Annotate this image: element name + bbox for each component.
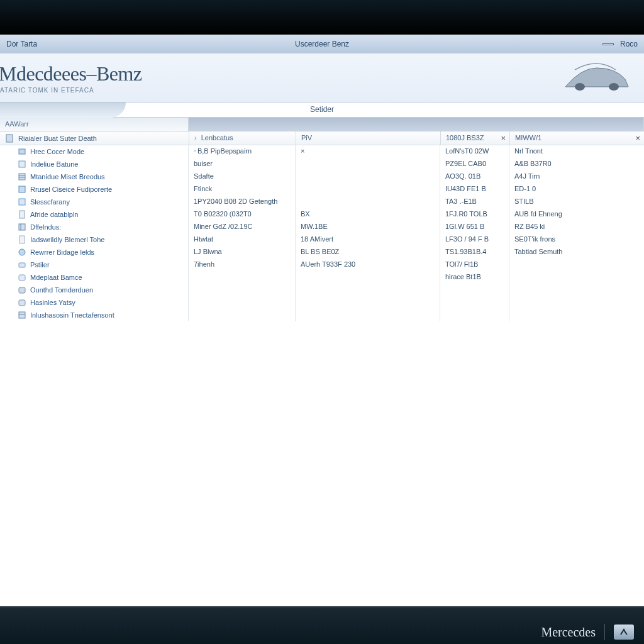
- nav-item-label: Afride datablpln: [30, 211, 78, 218]
- nav-item-label: Rewrrer Bidage lelds: [30, 248, 94, 256]
- sub-header: Setider: [0, 103, 644, 118]
- nav-item-label: Hrec Cocer Mode: [30, 148, 84, 155]
- data-cell[interactable]: A&B B37R0: [509, 158, 644, 170]
- data-cell[interactable]: Htwtat: [189, 233, 295, 246]
- data-cell[interactable]: 1PY2040 B08 2D Getength: [189, 196, 295, 208]
- nav-item[interactable]: Mdeplaat Bamce: [0, 271, 188, 284]
- columns-header: AAWarr: [0, 118, 644, 131]
- data-column-2: ▫B,B PipBepspairnbuiserSdafteFtinck1PY20…: [189, 145, 296, 321]
- data-cell[interactable]: TA3 .-E1B: [440, 196, 509, 208]
- close-icon[interactable]: ×: [635, 133, 640, 143]
- nav-item[interactable]: Indeliue Batune: [0, 158, 188, 170]
- close-icon[interactable]: ×: [501, 133, 506, 143]
- data-cell[interactable]: MW.1BE: [296, 221, 440, 233]
- nav-item[interactable]: Pstiler: [0, 258, 188, 271]
- nav-item[interactable]: Iadswrildly Blemerl Tohe: [0, 233, 188, 246]
- data-cell[interactable]: SE0T'ik frons: [509, 233, 644, 246]
- nav-item-label: Dffelndus:: [30, 223, 61, 231]
- data-cell[interactable]: [296, 196, 440, 208]
- data-cell[interactable]: BL BS BE0Z: [296, 246, 440, 258]
- data-cell[interactable]: STILB: [509, 196, 644, 208]
- filter-cell-2[interactable]: › Lenbcatus: [189, 131, 296, 145]
- filter-text-1: Riaialer Buat Suter Death: [18, 135, 97, 142]
- data-cell[interactable]: LofN'sT0 02W: [440, 145, 509, 158]
- data-cell[interactable]: TS1.93B1B.4: [440, 246, 509, 258]
- data-cell[interactable]: 7ihenh: [189, 258, 295, 271]
- nav-item[interactable]: Ounthd Tomderduen: [0, 284, 188, 296]
- data-cell[interactable]: buiser: [189, 158, 295, 170]
- title-right: Roco: [620, 40, 638, 48]
- nav-item[interactable]: Dffelndus:: [0, 221, 188, 233]
- footer-bar: Mercecdes: [0, 606, 644, 644]
- title-center: Uscerdeer Benz: [295, 40, 349, 48]
- title-bar: Dor Tarta Uscerdeer Benz Roco: [0, 35, 644, 53]
- data-cell[interactable]: LF3O / 94 F B: [440, 233, 509, 246]
- data-cell[interactable]: Tabtiad Semuth: [509, 246, 644, 258]
- nav-item[interactable]: Slesscfarany: [0, 196, 188, 208]
- nav-item[interactable]: Rrusel Ciseice Fudiporerte: [0, 183, 188, 196]
- data-cell[interactable]: ×: [296, 145, 440, 158]
- data-cell[interactable]: AUerh T933F 230: [296, 258, 440, 271]
- nav-item[interactable]: Mtanidue Miset Breodus: [0, 170, 188, 183]
- svg-rect-10: [19, 211, 25, 218]
- svg-rect-3: [19, 149, 25, 154]
- brand-title: Mdecdeees–Bemz: [0, 62, 142, 86]
- nav-item[interactable]: Rewrrer Bidage lelds: [0, 246, 188, 258]
- document-icon: [5, 134, 14, 143]
- brand-subtitle: ATARIC TOMK IN ETEFACA: [0, 87, 142, 94]
- data-cell[interactable]: BX: [296, 208, 440, 221]
- nav-item-icon: [18, 172, 26, 181]
- car-icon: [562, 60, 631, 95]
- data-cell[interactable]: hirace Bt1B: [440, 271, 509, 284]
- data-cell[interactable]: Sdafte: [189, 170, 295, 183]
- col-header-1[interactable]: AAWarr: [0, 118, 189, 131]
- window-top-bar: [0, 0, 644, 35]
- data-cell[interactable]: 1Gl.W 651 B: [440, 221, 509, 233]
- data-cell[interactable]: LJ Blwna: [189, 246, 295, 258]
- data-cell[interactable]: ED-1 0: [509, 183, 644, 196]
- filter-text-5: MIWW/1: [515, 134, 541, 142]
- nav-item[interactable]: Hasinles Yatsy: [0, 296, 188, 309]
- nav-item-icon: [18, 147, 26, 156]
- nav-item[interactable]: Inlushasosin Tnectafensont: [0, 309, 188, 321]
- data-cell[interactable]: 1FJ.R0 TOLB: [440, 208, 509, 221]
- data-cell[interactable]: PZ9EL CAB0: [440, 158, 509, 170]
- svg-rect-5: [19, 174, 25, 180]
- data-cell[interactable]: Nrl Tnont: [509, 145, 644, 158]
- data-column-4: LofN'sT0 02WPZ9EL CAB0AO3Q. 01BIU43D FE1…: [440, 145, 509, 321]
- subheader-label: Setider: [310, 105, 334, 114]
- data-cell[interactable]: 18 AMivert: [296, 233, 440, 246]
- data-cell[interactable]: AO3Q. 01B: [440, 170, 509, 183]
- svg-rect-17: [19, 287, 25, 293]
- filter-cell-3[interactable]: PiV: [296, 131, 440, 145]
- data-cell[interactable]: [296, 170, 440, 183]
- svg-rect-16: [19, 275, 25, 280]
- nav-item-icon: [18, 273, 26, 282]
- nav-item-icon: [18, 223, 26, 231]
- filter-cell-4[interactable]: 1080J BS3Z ×: [440, 131, 509, 145]
- data-cell[interactable]: [296, 183, 440, 196]
- nav-item[interactable]: Hrec Cocer Mode: [0, 145, 188, 158]
- data-cell[interactable]: T0 B02320 (032T0: [189, 208, 295, 221]
- footer-logo-icon[interactable]: [614, 625, 634, 640]
- minimize-icon[interactable]: [602, 43, 614, 45]
- data-cell[interactable]: Ftinck: [189, 183, 295, 196]
- svg-rect-11: [19, 224, 25, 230]
- data-cell[interactable]: TOl7/ Fl1B: [440, 258, 509, 271]
- data-cell[interactable]: IU43D FE1 B: [440, 183, 509, 196]
- data-cell[interactable]: RZ B45 ki: [509, 221, 644, 233]
- data-cell[interactable]: [296, 158, 440, 170]
- chevron-icon: ›: [194, 134, 197, 142]
- filter-cell-1[interactable]: Riaialer Buat Suter Death: [0, 131, 189, 145]
- nav-item-label: Pstiler: [30, 261, 50, 269]
- data-cell[interactable]: ▫B,B PipBepspairn: [189, 145, 295, 158]
- data-cell[interactable]: AUB fd Ehneng: [509, 208, 644, 221]
- svg-point-14: [19, 249, 25, 255]
- data-cell[interactable]: A4J Tirn: [509, 170, 644, 183]
- filter-text-4: 1080J BS3Z: [446, 134, 484, 142]
- svg-point-1: [609, 83, 619, 91]
- nav-item-label: Indeliue Batune: [30, 160, 78, 168]
- data-cell[interactable]: Miner GdZ /02.19C: [189, 221, 295, 233]
- filter-cell-5[interactable]: MIWW/1 ×: [509, 131, 644, 145]
- nav-item[interactable]: Afride datablpln: [0, 208, 188, 221]
